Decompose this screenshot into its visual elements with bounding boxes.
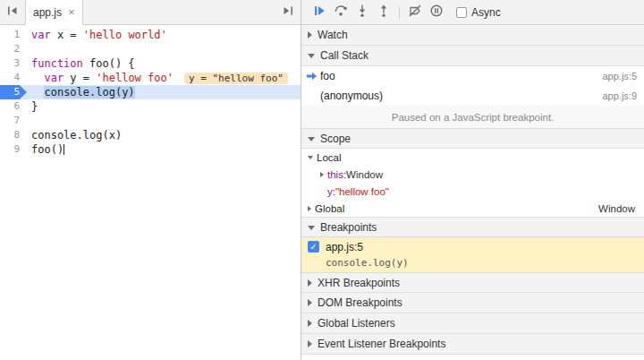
variable-name: this xyxy=(327,169,343,180)
step-over-icon xyxy=(334,4,348,21)
panel-collapse-left-icon xyxy=(6,4,19,21)
code-token: x = xyxy=(51,29,83,41)
code-lines: 1var x = 'hello world'23function foo() {… xyxy=(0,28,301,157)
scope-right-value: Window xyxy=(598,203,644,214)
async-toggle[interactable]: Async xyxy=(456,6,501,19)
code-text xyxy=(27,42,31,56)
resume-icon xyxy=(312,4,326,21)
frame-name: (anonymous) xyxy=(318,90,602,102)
line-number[interactable]: 9 xyxy=(0,142,27,157)
variable-value: Window xyxy=(346,169,383,180)
code-line[interactable]: 6} xyxy=(0,99,301,114)
code-token: 'hello world' xyxy=(83,29,167,41)
chevron-right-icon xyxy=(308,299,312,306)
code-text: console.log(y) xyxy=(27,85,135,99)
section-title: Event Listener Breakpoints xyxy=(318,338,445,350)
chevron-down-icon xyxy=(308,226,315,230)
section-breakpoints[interactable]: Breakpoints xyxy=(301,217,644,237)
line-number[interactable]: 1 xyxy=(0,28,27,42)
step-out-button[interactable] xyxy=(373,3,394,22)
code-line[interactable]: 4 var y = 'hellow foo'y = "hellow foo" xyxy=(0,71,301,85)
variable-value: "hellow foo" xyxy=(335,186,389,197)
section-title: XHR Breakpoints xyxy=(318,277,400,289)
section-title: Watch xyxy=(318,29,348,41)
section-dom-breakpoints[interactable]: DOM Breakpoints xyxy=(301,293,644,313)
line-number[interactable]: 2 xyxy=(0,42,27,56)
deactivate-breakpoints-button[interactable] xyxy=(404,3,426,22)
scope-variable: y: "hellow foo" xyxy=(301,183,644,200)
code-line[interactable]: 1var x = 'hello world' xyxy=(0,28,301,42)
scope-group[interactable]: GlobalWindow xyxy=(301,200,644,217)
scope-variable[interactable]: this: Window xyxy=(301,166,644,183)
code-token: var xyxy=(31,29,51,41)
section-global-listeners[interactable]: Global Listeners xyxy=(301,313,644,334)
tab-bar-spacer xyxy=(83,0,275,24)
call-stack-frame[interactable]: (anonymous)app.js:9 xyxy=(301,86,644,106)
code-token: 'hellow foo' xyxy=(96,72,174,84)
section-xhr-breakpoints[interactable]: XHR Breakpoints xyxy=(301,272,644,293)
code-line[interactable]: 9foo() xyxy=(0,142,301,157)
code-token: } xyxy=(31,100,38,113)
chevron-right-icon xyxy=(308,279,312,287)
section-title: DOM Breakpoints xyxy=(318,296,402,309)
code-token: foo() { xyxy=(83,57,135,70)
scope-group-label: Local xyxy=(317,152,342,163)
pause-on-exceptions-button[interactable] xyxy=(426,3,447,22)
line-number[interactable]: 8 xyxy=(0,128,27,142)
section-title: Scope xyxy=(320,133,351,145)
scope-body: Localthis: Windowy: "hellow foo"GlobalWi… xyxy=(301,149,644,217)
sidebar-sections: Watch Call Stack fooapp.js:5(anonymous)a… xyxy=(301,25,644,360)
resume-button[interactable] xyxy=(309,3,330,22)
code-line[interactable]: 8console.log(x) xyxy=(0,128,301,142)
line-number[interactable]: 7 xyxy=(0,114,27,128)
debugger-sidebar: Async Watch Call Stack fooapp.js:5(anony… xyxy=(301,0,644,360)
async-checkbox[interactable] xyxy=(456,7,467,18)
code-text: console.log(x) xyxy=(27,128,122,142)
paused-message: Paused on a JavaScript breakpoint. xyxy=(301,106,644,128)
call-stack-frame[interactable]: fooapp.js:5 xyxy=(301,66,644,86)
section-title: Breakpoints xyxy=(320,221,377,234)
section-event-listener-breakpoints[interactable]: Event Listener Breakpoints xyxy=(301,334,644,355)
code-text: function foo() { xyxy=(27,56,135,71)
breakpoint-line-number[interactable]: 5 xyxy=(0,85,27,99)
call-stack-body: fooapp.js:5(anonymous)app.js:9 xyxy=(301,66,644,106)
code-line[interactable]: 3function foo() { xyxy=(0,56,301,71)
tab-app-js[interactable]: app.js × xyxy=(25,0,83,25)
breakpoint-snippet[interactable]: console.log(y) xyxy=(301,256,644,272)
editor-pane: app.js × 1var x = 'hello world'23functio… xyxy=(0,0,301,360)
step-into-button[interactable] xyxy=(352,3,373,22)
chevron-right-icon xyxy=(308,206,311,211)
deactivate-breakpoints-icon xyxy=(408,4,422,21)
code-line[interactable]: 7 xyxy=(0,114,301,128)
breakpoint-item[interactable]: ✓ app.js:5 xyxy=(301,237,644,256)
breakpoint-checkbox[interactable]: ✓ xyxy=(308,241,319,253)
editor-panel-toggle-button[interactable] xyxy=(275,0,301,24)
code-text: } xyxy=(27,99,38,114)
close-tab-icon[interactable]: × xyxy=(68,5,75,19)
step-out-icon xyxy=(377,4,391,21)
code-editor[interactable]: 1var x = 'hello world'23function foo() {… xyxy=(0,25,301,360)
async-label: Async xyxy=(471,6,501,19)
line-number[interactable]: 3 xyxy=(0,56,27,71)
chevron-down-icon xyxy=(308,137,315,141)
frame-location: app.js:5 xyxy=(602,71,637,81)
section-title: Call Stack xyxy=(320,49,369,62)
section-scope[interactable]: Scope xyxy=(301,128,644,149)
code-line-current[interactable]: 5 console.log(y) xyxy=(0,85,301,99)
devtools-sources-panel: app.js × 1var x = 'hello world'23functio… xyxy=(0,0,644,360)
frame-location: app.js:9 xyxy=(602,90,637,101)
code-token: y = xyxy=(64,72,96,84)
pause-on-exceptions-icon xyxy=(429,4,444,21)
code-token: foo() xyxy=(31,143,64,156)
section-call-stack[interactable]: Call Stack xyxy=(301,46,644,66)
code-text xyxy=(27,114,31,128)
step-over-button[interactable] xyxy=(330,3,352,22)
section-watch[interactable]: Watch xyxy=(301,25,644,46)
toolbar-separator xyxy=(399,6,400,19)
code-line[interactable]: 2 xyxy=(0,42,301,56)
code-token xyxy=(31,86,44,99)
line-number[interactable]: 4 xyxy=(0,71,27,85)
line-number[interactable]: 6 xyxy=(0,99,27,114)
navigator-toggle-button[interactable] xyxy=(0,0,25,24)
scope-group[interactable]: Local xyxy=(301,149,644,166)
